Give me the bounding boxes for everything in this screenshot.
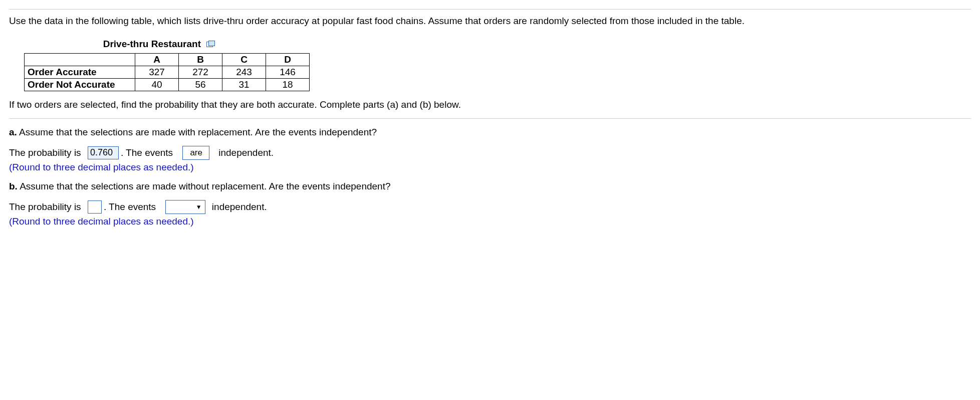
table-title-row: Drive-thru Restaurant — [24, 39, 295, 53]
table-row: Order Accurate 327 272 243 146 — [25, 66, 310, 78]
divider-top — [9, 9, 971, 10]
independence-select-b[interactable]: ▼ — [165, 200, 205, 214]
main-question: If two orders are selected, find the pro… — [9, 99, 971, 110]
problem-intro: Use the data in the following table, whi… — [9, 15, 971, 28]
probability-input-a[interactable] — [88, 146, 119, 159]
row-label: Order Not Accurate — [25, 78, 135, 91]
part-a-after-select: independent. — [218, 147, 274, 158]
part-b-label: b. — [9, 181, 18, 191]
cell: 31 — [222, 78, 266, 91]
part-a-answer-line: The probability is . The events are inde… — [9, 146, 971, 160]
cell: 243 — [222, 66, 266, 78]
part-b-hint: (Round to three decimal places as needed… — [9, 216, 971, 227]
part-b-answer-line: The probability is . The events ▼ indepe… — [9, 200, 971, 214]
col-header-b: B — [179, 53, 222, 66]
part-a-after-value: . The events — [121, 147, 173, 158]
col-header-a: A — [135, 53, 179, 66]
cell: 40 — [135, 78, 179, 91]
part-a-prompt: a. Assume that the selections are made w… — [9, 127, 971, 138]
popup-icon[interactable] — [206, 39, 215, 50]
probability-input-b[interactable] — [88, 201, 102, 214]
data-table-block: Drive-thru Restaurant A B C D Order Accu… — [24, 39, 971, 91]
select-a-value: are — [190, 148, 202, 158]
divider-mid — [9, 118, 971, 119]
part-b-prompt: b. Assume that the selections are made w… — [9, 181, 971, 192]
part-b-after-value: . The events — [104, 202, 156, 213]
part-b-after-select: independent. — [212, 202, 267, 213]
cell: 327 — [135, 66, 179, 78]
part-b-text: Assume that the selections are made with… — [20, 181, 390, 191]
part-a-label: a. — [9, 127, 17, 137]
table-blank-cell — [25, 53, 135, 66]
cell: 146 — [266, 66, 310, 78]
svg-rect-1 — [209, 41, 215, 46]
row-label: Order Accurate — [25, 66, 135, 78]
cell: 18 — [266, 78, 310, 91]
col-header-c: C — [222, 53, 266, 66]
data-table: A B C D Order Accurate 327 272 243 146 O… — [24, 53, 310, 91]
part-a-text: Assume that the selections are made with… — [19, 127, 377, 137]
cell: 56 — [179, 78, 222, 91]
part-a-hint: (Round to three decimal places as needed… — [9, 162, 971, 173]
cell: 272 — [179, 66, 222, 78]
question-container: Use the data in the following table, whi… — [0, 0, 980, 240]
table-header-row: A B C D — [25, 53, 310, 66]
chevron-down-icon: ▼ — [196, 204, 202, 211]
table-title: Drive-thru Restaurant — [103, 39, 201, 49]
part-a-prefix: The probability is — [9, 147, 81, 158]
table-row: Order Not Accurate 40 56 31 18 — [25, 78, 310, 91]
col-header-d: D — [266, 53, 310, 66]
independence-select-a[interactable]: are — [182, 146, 209, 160]
part-b-prefix: The probability is — [9, 202, 81, 213]
